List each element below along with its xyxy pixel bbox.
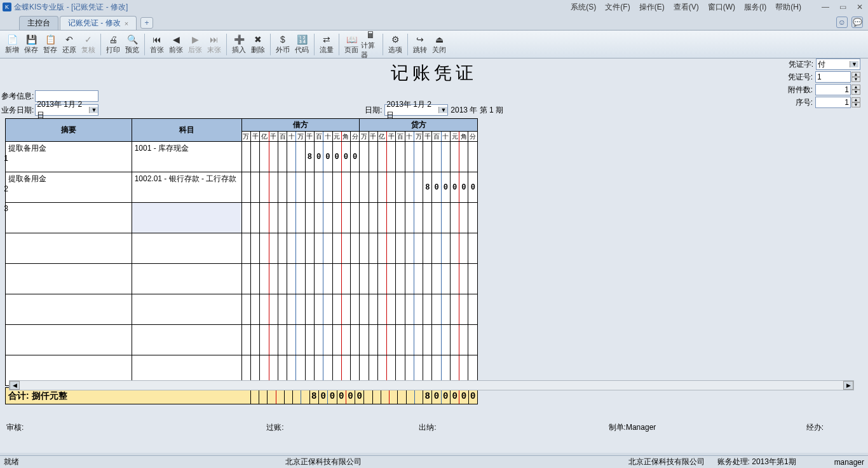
sig-auditor: 审核: (6, 422, 114, 433)
sig-handler: 经办: (716, 422, 862, 433)
toolbar-末张[interactable]: ⏭末张 (205, 32, 224, 56)
menubar: 系统(S) 文件(F) 操作(E) 查看(V) 窗口(W) 服务(I) 帮助(H… (567, 2, 865, 13)
toolbar-页面[interactable]: 📖页面 (342, 32, 361, 56)
toolbar-流量[interactable]: ⇄流量 (317, 32, 336, 56)
scroll-right-button[interactable]: ▶ (843, 381, 853, 390)
menu-operate[interactable]: 操作(E) (635, 2, 668, 13)
table-row[interactable] (6, 294, 478, 325)
toolbar-前张[interactable]: ◀前张 (166, 32, 186, 56)
toolbar-代码[interactable]: 🔢代码 (292, 32, 311, 56)
app-icon: K (3, 3, 11, 11)
toolbar-关闭[interactable]: ⏏关闭 (430, 32, 449, 56)
menu-window[interactable]: 窗口(W) (704, 2, 739, 13)
voucher-word-combo[interactable]: 付▼ (816, 59, 860, 70)
status-user: manager (834, 458, 864, 467)
status-left: 就绪 (4, 457, 19, 467)
chevron-down-icon[interactable]: ▼ (438, 107, 447, 113)
spin-down[interactable]: ▼ (851, 77, 860, 82)
toolbar-复核[interactable]: ✓复核 (79, 32, 98, 56)
sig-cashier: 出纳: (374, 422, 481, 433)
menu-system[interactable]: 系统(S) (567, 2, 600, 13)
document-area: 记账凭证 凭证字: 付▼ 凭证号: ▲▼ 附件数: ▲▼ 序号: ▲▼ 参考信息… (0, 59, 868, 453)
tab-voucher-edit[interactable]: 记账凭证 - 修改× (60, 16, 137, 30)
table-row[interactable]: 提取备用金21002.01 - 银行存款 - 工行存款800000 (6, 172, 478, 203)
col-account: 科目 (132, 119, 241, 142)
toolbar-保存[interactable]: 💾保存 (22, 32, 41, 56)
status-company: 北京正保科技有限公司 (628, 457, 705, 467)
close-icon[interactable]: × (125, 20, 128, 27)
menu-help[interactable]: 帮助(H) (771, 2, 805, 13)
table-row[interactable] (6, 264, 478, 294)
feedback-icon[interactable]: 💬 (851, 17, 863, 28)
title-bar: K 金蝶KIS专业版 - [记账凭证 - 修改] 系统(S) 文件(F) 操作(… (0, 0, 868, 14)
toolbar-插入[interactable]: ➕插入 (229, 32, 248, 56)
date-combo[interactable]: 2013年 1月 2日▼ (384, 104, 448, 116)
seq-label: 序号: (782, 97, 813, 108)
voucher-word-label: 凭证字: (783, 59, 813, 70)
spin-up[interactable]: ▲ (851, 97, 860, 102)
period-text: 2013 年 第 1 期 (451, 105, 503, 116)
menu-view[interactable]: 查看(V) (670, 2, 703, 13)
toolbar-跳转[interactable]: ↪跳转 (410, 32, 430, 56)
ref-label: 参考信息: (1, 91, 34, 102)
voucher-grid: 摘要 科目 借方 贷方 万千亿千百十万千百十元角分万千亿千百十万千百十元角分 提… (5, 118, 478, 404)
signature-row: 审核: 过账: 出纳: 制单:Manager 经办: (0, 422, 868, 433)
status-bar: 就绪 北京正保科技有限公司 北京正保科技有限公司 账务处理: 2013年第1期 … (0, 455, 868, 468)
chevron-down-icon[interactable]: ▼ (850, 61, 858, 67)
voucher-no-label: 凭证号: (782, 72, 813, 83)
table-row[interactable]: 提取备用金11001 - 库存现金800000 (6, 142, 478, 172)
attach-label: 附件数: (782, 85, 813, 95)
toolbar-首张[interactable]: ⏮首张 (147, 32, 166, 56)
smiley-icon[interactable]: ☺ (836, 17, 848, 28)
date-label: 日期: (365, 105, 382, 116)
table-row[interactable] (6, 233, 478, 264)
toolbar-还原[interactable]: ↶还原 (60, 32, 79, 56)
document-title: 记账凭证 (0, 59, 868, 88)
menu-service[interactable]: 服务(I) (740, 2, 770, 13)
col-summary: 摘要 (6, 119, 132, 142)
attach-input[interactable] (815, 84, 851, 95)
sig-preparer: Manager (626, 423, 656, 432)
restore-button[interactable]: ▭ (837, 3, 849, 11)
col-credit: 贷方 (360, 119, 478, 132)
status-period: 账务处理: 2013年第1期 (717, 457, 796, 467)
toolbar-预览[interactable]: 🔍预览 (123, 32, 142, 56)
toolbar-外币[interactable]: $外币 (273, 32, 292, 56)
toolbar-新增[interactable]: 📄新增 (3, 32, 22, 56)
header-left: 参考信息: 业务日期: 2013年 1月 2日▼ (1, 90, 98, 118)
status-center: 北京正保科技有限公司 (19, 457, 628, 467)
bizdate-label: 业务日期: (1, 105, 34, 116)
spin-down[interactable]: ▼ (851, 102, 860, 107)
header-right: 凭证字: 付▼ 凭证号: ▲▼ 附件数: ▲▼ 序号: ▲▼ (782, 59, 860, 109)
app-title: 金蝶KIS专业版 - [记账凭证 - 修改] (14, 2, 128, 13)
toolbar-删除[interactable]: ✖删除 (248, 32, 268, 56)
toolbar-计算器[interactable]: 🖩计算器 (361, 28, 380, 61)
spin-up[interactable]: ▲ (851, 72, 860, 77)
chevron-down-icon[interactable]: ▼ (89, 107, 98, 113)
toolbar-后张[interactable]: ▶后张 (186, 32, 205, 56)
sig-preparer-label: 制单: (609, 423, 626, 432)
spin-up[interactable]: ▲ (851, 85, 860, 90)
minimize-button[interactable]: — (819, 3, 832, 11)
scroll-left-button[interactable]: ◀ (10, 381, 20, 390)
tab-main-console[interactable]: 主控台 (19, 16, 58, 30)
voucher-no-input[interactable] (815, 71, 851, 83)
header-center: 日期: 2013年 1月 2日▼ 2013 年 第 1 期 (365, 104, 503, 116)
toolbar: 📄新增💾保存📋暂存↶还原✓复核🖨打印🔍预览⏮首张◀前张▶后张⏭末张➕插入✖删除$… (0, 31, 868, 59)
table-row[interactable]: 3 (6, 203, 478, 233)
table-row[interactable] (6, 325, 478, 355)
bizdate-combo[interactable]: 2013年 1月 2日▼ (35, 104, 98, 116)
tab-strip: 主控台 记账凭证 - 修改× + ☺ 💬 (0, 14, 868, 31)
horizontal-scrollbar[interactable]: ◀ ▶ (9, 380, 854, 390)
toolbar-暂存[interactable]: 📋暂存 (41, 32, 60, 56)
sig-poster: 过账: (114, 422, 374, 433)
col-debit: 借方 (241, 119, 359, 132)
close-button[interactable]: ✕ (854, 3, 865, 11)
new-tab-button[interactable]: + (140, 17, 153, 29)
toolbar-打印[interactable]: 🖨打印 (104, 32, 123, 56)
spin-down[interactable]: ▼ (851, 90, 860, 95)
seq-input[interactable] (815, 97, 851, 108)
menu-file[interactable]: 文件(F) (601, 2, 634, 13)
toolbar-选项[interactable]: ⚙选项 (386, 32, 405, 56)
